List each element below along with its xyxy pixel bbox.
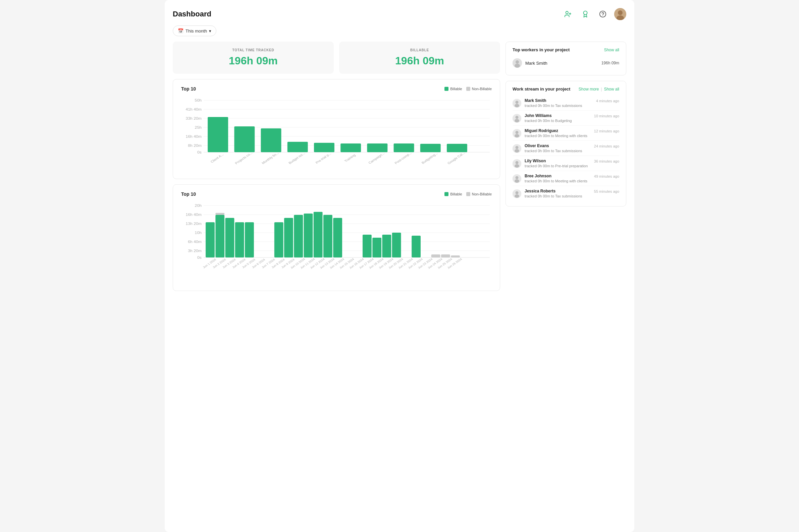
svg-rect-92 <box>392 233 401 258</box>
svg-rect-41 <box>447 144 467 152</box>
top10-tasks-chart-card: Top 10 Billable Non-Billable <box>173 79 500 179</box>
stream-action-1: tracked 0h 00m to Budgeting <box>525 119 591 123</box>
stream-avatar-2 <box>513 129 521 138</box>
top10-time-chart-svg: 20h 16h 40m 13h 20m 10h 6h 40m 3h 20m 0s… <box>181 202 492 283</box>
svg-rect-60 <box>215 213 224 215</box>
stream-avatar-4 <box>513 159 521 168</box>
legend-billable-label-2: Billable <box>450 192 462 196</box>
svg-point-115 <box>515 134 519 137</box>
worker-row: Mark Smith 196h 09m <box>513 56 619 70</box>
top-workers-show-all[interactable]: Show all <box>604 48 619 52</box>
work-stream-header: Work stream in your project Show more | … <box>513 87 619 92</box>
legend-non-billable-label: Non-Billable <box>472 87 492 91</box>
top10-tasks-title: Top 10 <box>181 86 196 92</box>
svg-point-114 <box>516 131 519 134</box>
help-button[interactable] <box>597 8 609 20</box>
svg-text:Client A...: Client A... <box>210 153 224 163</box>
legend-non-billable: Non-Billable <box>466 87 492 91</box>
billable-value: 196h 09m <box>347 55 492 67</box>
legend-billable-2: Billable <box>444 192 462 196</box>
svg-rect-64 <box>235 222 244 258</box>
top10-time-chart-card: Top 10 Billable Non-Billable <box>173 184 500 291</box>
stream-avatar-0 <box>513 99 521 108</box>
svg-point-111 <box>516 116 519 119</box>
stream-name-4: Lily Wilson <box>525 158 591 163</box>
svg-point-127 <box>515 194 519 198</box>
svg-rect-80 <box>323 215 332 258</box>
show-more-link[interactable]: Show more <box>579 87 599 92</box>
stream-content-6: Jessica Roberts tracked 0h 00m to Tax su… <box>525 189 591 198</box>
stream-avatar-5 <box>513 174 521 183</box>
app-shell: Dashboard <box>165 0 634 532</box>
svg-rect-102 <box>451 255 460 258</box>
svg-rect-33 <box>340 144 361 152</box>
svg-rect-27 <box>261 128 281 152</box>
legend-billable-label: Billable <box>450 87 462 91</box>
svg-text:Google Cal...: Google Cal... <box>447 151 466 165</box>
svg-point-105 <box>516 60 519 64</box>
svg-point-7 <box>618 11 623 15</box>
stream-name-5: Bree Johnson <box>525 174 591 178</box>
stream-avatar-3 <box>513 144 521 153</box>
stream-name-6: Jessica Roberts <box>525 189 591 193</box>
add-user-icon <box>564 11 572 18</box>
svg-text:Training: Training <box>343 153 356 163</box>
stream-name-3: Oliver Evans <box>525 144 591 148</box>
stream-content-4: Lily Wilson tracked 0h 00m to Pre-trial … <box>525 158 591 168</box>
notification-button[interactable] <box>579 8 591 20</box>
non-billable-dot <box>466 87 470 91</box>
top-workers-card: Top workers in your project Show all Mar… <box>505 42 626 75</box>
worker-avatar-img <box>513 58 522 68</box>
stream-item: Bree Johnson tracked 0h 00m to Meeting w… <box>513 171 619 186</box>
top10-tasks-legend: Billable Non-Billable <box>444 87 492 91</box>
svg-text:41h 40m: 41h 40m <box>186 108 202 111</box>
worker-time: 196h 09m <box>601 61 619 65</box>
billable-dot-2 <box>444 192 448 196</box>
calendar-icon: 📅 <box>178 28 184 34</box>
svg-text:20h: 20h <box>195 204 202 208</box>
legend-billable: Billable <box>444 87 462 91</box>
svg-rect-35 <box>367 144 387 152</box>
stream-content-5: Bree Johnson tracked 0h 00m to Meeting w… <box>525 174 591 183</box>
svg-rect-31 <box>314 143 334 152</box>
svg-rect-86 <box>363 235 372 258</box>
stream-item: Oliver Evans tracked 0h 00m to Tax submi… <box>513 141 619 156</box>
stream-time-5: 49 minutes ago <box>594 174 619 178</box>
main-grid: TOTAL TIME TRACKED 196h 09m BILLABLE 196… <box>173 42 626 291</box>
user-avatar[interactable] <box>614 8 626 20</box>
svg-rect-72 <box>284 218 293 258</box>
stream-content-3: Oliver Evans tracked 0h 00m to Tax submi… <box>525 144 591 153</box>
legend-non-billable-2: Non-Billable <box>466 192 492 196</box>
svg-point-112 <box>515 119 519 122</box>
show-all-link[interactable]: Show all <box>604 87 619 92</box>
header: Dashboard <box>173 5 626 25</box>
svg-point-118 <box>515 149 519 153</box>
svg-rect-95 <box>412 236 421 258</box>
svg-point-108 <box>516 101 519 104</box>
svg-text:Pre-trial p...: Pre-trial p... <box>315 152 332 164</box>
stream-name-1: John Williams <box>525 113 591 118</box>
svg-text:13h 20m: 13h 20m <box>186 222 202 226</box>
stream-time-3: 24 minutes ago <box>594 144 619 148</box>
svg-rect-39 <box>420 144 441 152</box>
billable-dot <box>444 87 448 91</box>
non-billable-dot-2 <box>466 192 470 196</box>
top10-time-legend: Billable Non-Billable <box>444 192 492 196</box>
billable-label: BILLABLE <box>347 48 492 52</box>
work-stream-card: Work stream in your project Show more | … <box>505 81 626 207</box>
chevron-down-icon: ▾ <box>209 28 211 34</box>
left-column: TOTAL TIME TRACKED 196h 09m BILLABLE 196… <box>173 42 500 291</box>
svg-text:16h 40m: 16h 40m <box>186 135 202 138</box>
svg-point-121 <box>515 164 519 168</box>
stream-action-2: tracked 0h 00m to Meeting with clients <box>525 134 591 138</box>
svg-text:3h 20m: 3h 20m <box>188 249 202 253</box>
stream-item: Mark Smith tracked 0h 00m to Tax submiss… <box>513 96 619 111</box>
svg-point-109 <box>515 104 519 107</box>
date-filter-button[interactable]: 📅 This month ▾ <box>173 25 216 36</box>
total-time-card: TOTAL TIME TRACKED 196h 09m <box>173 42 334 74</box>
add-user-button[interactable] <box>562 8 574 20</box>
stream-content-0: Mark Smith tracked 0h 00m to Tax submiss… <box>525 98 593 108</box>
award-icon <box>582 11 589 18</box>
stream-item: Miguel Rodriguez tracked 0h 00m to Meeti… <box>513 126 619 141</box>
svg-text:0s: 0s <box>197 256 202 260</box>
